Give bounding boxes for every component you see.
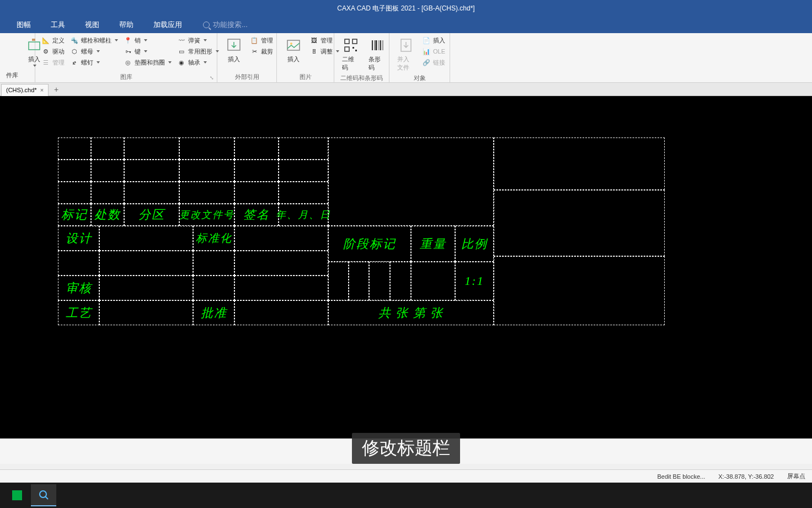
ribbon: 件库 插入 📐定义 ⚙驱动 ☰管理 🔩螺栓和螺柱 ⬡螺母 ⸙螺钉	[0, 33, 812, 83]
menu-tools[interactable]: 工具	[41, 17, 75, 33]
value-scale: 1:1	[456, 262, 493, 300]
status-coords: X:-38.878, Y:-36.802	[718, 473, 774, 480]
pin-button[interactable]: 📍销	[122, 35, 173, 45]
svg-rect-5	[345, 39, 349, 44]
svg-line-19	[45, 496, 48, 499]
group-codes-label: 二维码和条形码	[339, 73, 384, 82]
ribbon-group-object: 并入文件 📄插入 📊OLE 🔗链接 对象	[389, 33, 450, 82]
label-pages: 共 张 第 张	[329, 301, 493, 325]
task-item-1[interactable]	[4, 484, 30, 506]
manage-icon: ☰	[41, 58, 50, 67]
svg-rect-3	[287, 40, 300, 50]
nail-icon: ⸙	[70, 58, 79, 67]
menu-help[interactable]: 帮助	[109, 17, 143, 33]
label-approve: 批准	[194, 301, 234, 325]
status-screen: 屏幕点	[787, 472, 805, 480]
label-std: 标准化	[194, 226, 234, 250]
ribbon-group-library: 📐定义 ⚙驱动 ☰管理 🔩螺栓和螺柱 ⬡螺母 ⸙螺钉 📍销 🗝键 ◎垫圈和挡圈 …	[35, 33, 217, 82]
lib-button[interactable]: 件库	[4, 71, 20, 80]
spring-button[interactable]: 〰弹簧	[175, 35, 221, 45]
group-object-label: 对象	[394, 73, 445, 82]
key-button[interactable]: 🗝键	[122, 46, 173, 56]
bolt-icon: 🔩	[70, 36, 79, 45]
menu-addin[interactable]: 加载应用	[143, 17, 192, 33]
menu-tufu[interactable]: 图幅	[7, 17, 41, 33]
add-tab-button[interactable]: +	[51, 84, 62, 95]
feature-search[interactable]: 功能搜索...	[203, 20, 248, 30]
label-weight: 重量	[412, 226, 455, 261]
taskbar	[0, 483, 812, 508]
ole-icon: 📊	[422, 47, 431, 56]
manage-button[interactable]: ☰管理	[40, 57, 66, 67]
washer-icon: ◎	[124, 58, 132, 67]
group-external-label: 外部引用	[222, 72, 272, 81]
label-process: 工艺	[58, 301, 99, 325]
barcode-button[interactable]: 条形码	[365, 35, 389, 73]
doc-tab-label: (CHS).chd*	[6, 87, 37, 93]
extref-insert-button[interactable]: 插入	[222, 35, 246, 65]
search-icon	[203, 22, 210, 28]
drive-icon: ⚙	[41, 47, 50, 56]
extref-manage-icon: 📋	[250, 36, 259, 45]
status-bedit: Bedit BE blocke...	[657, 473, 705, 480]
shape-icon: ▭	[177, 47, 186, 56]
image-insert-button[interactable]: 插入	[281, 35, 306, 65]
washer-button[interactable]: ◎垫圈和挡圈	[122, 57, 173, 67]
group-expand-icon[interactable]: ⤡	[210, 75, 215, 81]
qrcode-button[interactable]: 二维码	[339, 35, 363, 73]
bolt-button[interactable]: 🔩螺栓和螺柱	[68, 35, 120, 45]
search-app-icon	[39, 490, 49, 500]
shape-button[interactable]: ▭常用图形	[175, 46, 221, 56]
nail-button[interactable]: ⸙螺钉	[68, 57, 120, 67]
barcode-icon	[368, 36, 386, 54]
crop-icon: ✂	[250, 47, 259, 56]
image-icon	[285, 36, 302, 54]
svg-rect-7	[345, 47, 349, 51]
subtitle-overlay: 修改标题栏	[352, 433, 460, 464]
label-phasemark: 阶段标记	[329, 226, 410, 261]
qrcode-icon	[342, 36, 360, 54]
svg-point-4	[290, 43, 292, 45]
nut-icon: ⬡	[70, 47, 79, 56]
ribbon-group-codes: 二维码 条形码 二维码和条形码	[334, 33, 389, 82]
svg-rect-8	[352, 47, 354, 49]
link-button[interactable]: 🔗链接	[420, 57, 447, 67]
label-docno: 更改文件号	[180, 204, 234, 225]
spring-icon: 〰	[177, 36, 186, 45]
titleblock: 标记 处数 分区 更改文件号 签名 年、月、日 设计 标准化 审核 工艺 批准 …	[58, 137, 665, 325]
group-image-label: 图片	[281, 72, 329, 81]
obj-insert-button[interactable]: 📄插入	[420, 35, 447, 45]
key-icon: 🗝	[124, 47, 132, 56]
bearing-button[interactable]: ◉轴承	[175, 57, 221, 67]
ribbon-group-image: 插入 🖼管理 🎚调整 图片	[277, 33, 334, 82]
drawing-canvas[interactable]: 标记 处数 分区 更改文件号 签名 年、月、日 设计 标准化 审核 工艺 批准 …	[0, 96, 812, 438]
obj-insert-icon: 📄	[422, 36, 431, 45]
ole-button[interactable]: 📊OLE	[420, 46, 447, 56]
svg-rect-9	[355, 50, 357, 51]
link-icon: 🔗	[422, 58, 431, 67]
close-icon[interactable]: ×	[40, 87, 44, 93]
label-date: 年、月、日	[279, 204, 328, 225]
status-bar: Bedit BE blocke... X:-38.878, Y:-36.802 …	[0, 469, 812, 483]
svg-rect-17	[12, 490, 22, 500]
label-mark: 标记	[58, 204, 90, 225]
drive-button[interactable]: ⚙驱动	[40, 46, 66, 56]
doc-tab-1[interactable]: (CHS).chd* ×	[1, 84, 49, 96]
app-icon	[12, 490, 22, 500]
app-title: CAXA CAD 电子图板 2021 - [GB-A(CHS).chd*]	[337, 4, 474, 13]
menu-view[interactable]: 视图	[75, 17, 109, 33]
define-button[interactable]: 📐定义	[40, 35, 66, 45]
nut-button[interactable]: ⬡螺母	[68, 46, 120, 56]
task-item-2[interactable]	[31, 484, 56, 506]
define-icon: 📐	[41, 36, 50, 45]
extref-manage-button[interactable]: 📋管理	[248, 35, 275, 45]
label-zone: 分区	[125, 204, 179, 225]
label-scale: 比例	[456, 226, 493, 261]
ribbon-group-lib-insert: 件库 插入	[0, 33, 35, 82]
merge-file-button[interactable]: 并入文件	[394, 35, 418, 73]
search-placeholder: 功能搜索...	[213, 20, 248, 30]
extref-crop-button[interactable]: ✂裁剪	[248, 46, 275, 56]
extref-insert-icon	[225, 36, 243, 54]
svg-rect-6	[352, 39, 357, 44]
title-bar: CAXA CAD 电子图板 2021 - [GB-A(CHS).chd*]	[0, 0, 812, 17]
